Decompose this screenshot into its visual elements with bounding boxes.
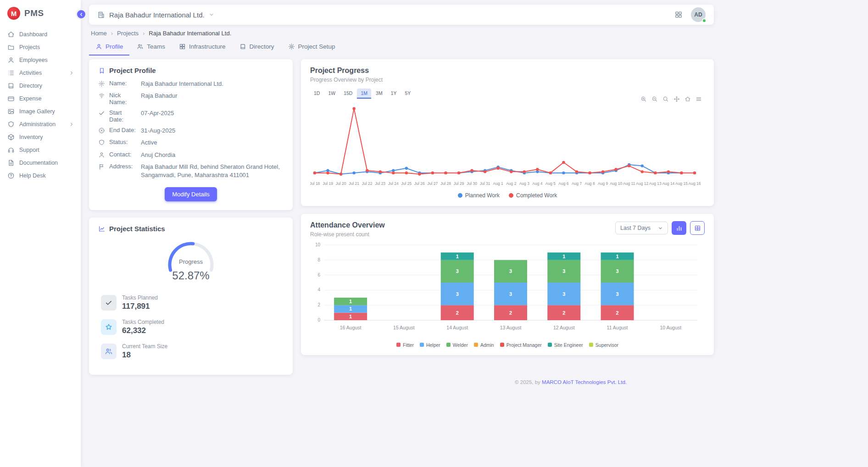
sidebar-item-inventory[interactable]: Inventory (0, 131, 81, 144)
breadcrumb-home[interactable]: Home (91, 30, 107, 37)
range-1m-button[interactable]: 1M (357, 89, 371, 99)
svg-text:10 August: 10 August (660, 325, 681, 330)
range-3m-button[interactable]: 3M (372, 89, 386, 99)
user-icon (95, 43, 102, 50)
home-icon (7, 31, 15, 38)
svg-text:3: 3 (562, 268, 565, 274)
sidebar-item-dashboard[interactable]: Dashboard (0, 28, 81, 41)
building-icon (97, 11, 105, 19)
bar-chart-view-button[interactable] (672, 221, 686, 235)
svg-text:Aug 6: Aug 6 (558, 181, 568, 186)
table-view-button[interactable] (690, 221, 705, 235)
chart-modebar (640, 96, 702, 102)
sidebar-item-activities[interactable]: Activities (0, 67, 81, 79)
zoom-out-icon[interactable] (651, 96, 658, 102)
svg-text:2: 2 (616, 310, 619, 316)
svg-text:Jul 20: Jul 20 (336, 181, 346, 186)
svg-text:14 August: 14 August (446, 325, 468, 330)
check-icon (101, 295, 117, 311)
legend-item[interactable]: Site Engineer (548, 342, 583, 348)
tab-profile[interactable]: Profile (89, 39, 129, 56)
svg-text:Aug 3: Aug 3 (519, 181, 529, 186)
date-range-select[interactable]: Last 7 Days (615, 222, 668, 234)
legend-item[interactable]: Welder (446, 342, 468, 348)
project-progress-card: Project Progress Progress Overview by Pr… (301, 59, 714, 206)
sidebar-item-label: Dashboard (19, 31, 47, 38)
tab-project-setup[interactable]: Project Setup (282, 39, 342, 56)
breadcrumb-projects[interactable]: Projects (117, 30, 139, 37)
range-1w-button[interactable]: 1W (324, 89, 339, 99)
gear-icon (98, 80, 105, 87)
stat-tasks-planned: Tasks Planned 117,891 (101, 295, 284, 311)
bookmark-icon (98, 67, 106, 74)
sidebar-item-directory[interactable]: Directory (0, 79, 81, 92)
sidebar-item-documentation[interactable]: Documentation (0, 156, 81, 169)
table-icon (694, 225, 701, 232)
card-title: Project Profile (109, 67, 156, 74)
sidebar-item-label: Inventory (19, 134, 43, 140)
svg-text:Jul 29: Jul 29 (454, 181, 464, 186)
field-status: Status: Active (98, 137, 284, 149)
svg-text:8: 8 (317, 257, 320, 262)
book-icon (7, 82, 15, 89)
sidebar-item-image-gallery[interactable]: Image Gallery (0, 105, 81, 118)
sidebar-item-administration[interactable]: Administration (0, 118, 81, 131)
legend-item[interactable]: Helper (420, 342, 440, 348)
user-avatar[interactable]: AD (691, 7, 706, 22)
project-profile-card: Project Profile Name: Raja Bahadur Inter… (89, 59, 293, 210)
footer-company-link[interactable]: MARCO AIoT Technologies Pvt. Ltd. (542, 379, 627, 385)
progress-line-chart[interactable]: Jul 18Jul 19Jul 20Jul 21Jul 22Jul 23Jul … (310, 100, 701, 191)
menu-icon[interactable] (696, 96, 702, 102)
line-chart-legend: Planned WorkCompleted Work (310, 192, 705, 199)
field-name: Name: Raja Bahadur International Ltd. (98, 78, 284, 90)
sidebar-item-label: Activities (19, 70, 42, 76)
tab-bar: Profile Teams Infrastructure Directory P… (89, 39, 714, 56)
field-start-date: Start Date: 07-Apr-2025 (98, 107, 284, 125)
legend-item[interactable]: Admin (474, 342, 494, 348)
legend-item[interactable]: Planned Work (458, 192, 500, 199)
bar-chart-legend: FitterHelperWelderAdminProject ManagerSi… (310, 342, 705, 348)
sidebar-item-support[interactable]: Support (0, 144, 81, 156)
pan-icon[interactable] (673, 96, 680, 102)
range-1d-button[interactable]: 1D (310, 89, 323, 99)
image-icon (7, 108, 15, 115)
sidebar-item-projects[interactable]: Projects (0, 41, 81, 54)
top-header: Raja Bahadur International Ltd. AD (89, 5, 714, 25)
legend-item[interactable]: Project Manager (500, 342, 542, 348)
legend-item[interactable]: Completed Work (509, 192, 557, 199)
tab-infrastructure[interactable]: Infrastructure (172, 39, 232, 56)
range-1y-button[interactable]: 1Y (387, 89, 401, 99)
sidebar-item-help-desk[interactable]: Help Desk (0, 169, 81, 182)
apps-grid-icon[interactable] (674, 11, 683, 19)
range-5y-button[interactable]: 5Y (401, 89, 414, 99)
tab-directory[interactable]: Directory (233, 39, 281, 56)
bar-chart-icon (676, 225, 683, 232)
modify-details-button[interactable]: Modify Details (165, 187, 217, 201)
legend-item[interactable]: Supervisor (589, 342, 618, 348)
svg-text:Jul 22: Jul 22 (362, 181, 373, 186)
zoom-in-icon[interactable] (640, 96, 647, 102)
chart-subtitle: Role-wise present count (310, 231, 385, 238)
svg-text:Aug 13: Aug 13 (649, 181, 662, 186)
company-selector[interactable]: Raja Bahadur International Ltd. (97, 11, 214, 19)
app-name: PMS (24, 8, 44, 18)
tab-teams[interactable]: Teams (130, 39, 172, 56)
shield-icon (98, 139, 105, 146)
range-15d-button[interactable]: 15D (340, 89, 356, 99)
svg-text:Jul 19: Jul 19 (323, 181, 333, 186)
svg-text:1: 1 (349, 314, 352, 319)
sidebar-collapse-button[interactable] (76, 9, 87, 20)
svg-text:Aug 2: Aug 2 (506, 181, 516, 186)
autoscale-icon[interactable] (662, 96, 669, 102)
attendance-overview-card: Attendance Overview Role-wise present co… (301, 214, 714, 355)
users-icon (137, 43, 144, 50)
sidebar-item-label: Help Desk (19, 172, 46, 179)
card-title: Project Statistics (109, 225, 165, 233)
sidebar-item-expense[interactable]: Expense (0, 92, 81, 105)
home-reset-icon[interactable] (684, 96, 691, 102)
app-logo[interactable]: M PMS (0, 0, 81, 26)
legend-item[interactable]: Fitter (396, 342, 414, 348)
sidebar-item-employees[interactable]: Employees (0, 54, 81, 67)
svg-text:Aug 12: Aug 12 (636, 181, 648, 186)
svg-text:Jul 28: Jul 28 (440, 181, 451, 186)
